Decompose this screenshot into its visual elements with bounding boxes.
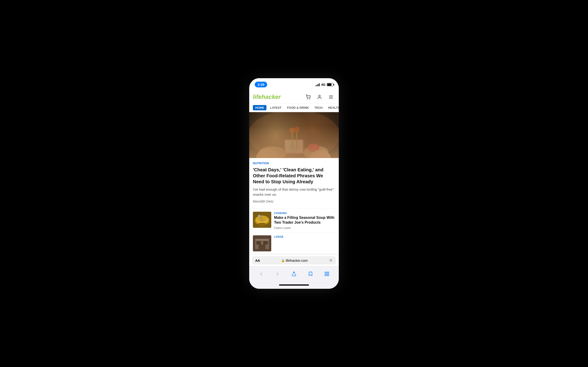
bookmarks-icon xyxy=(308,271,313,276)
lodge-article-content: LODGE xyxy=(274,235,335,239)
nav-item-home[interactable]: HOME xyxy=(253,105,267,110)
small-article-lodge[interactable]: LODGE xyxy=(249,232,339,254)
battery-icon xyxy=(327,83,333,86)
signal-bars-icon xyxy=(316,83,320,86)
hero-article-category[interactable]: NUTRITION xyxy=(253,162,335,165)
status-bar: 3:39 4G xyxy=(249,78,339,90)
svg-point-28 xyxy=(258,223,267,226)
status-right: 4G xyxy=(316,83,333,86)
soup-article-content: COOKING Make a Filling Seasonal Soup Wit… xyxy=(274,212,335,230)
site-header: lifehacker xyxy=(249,90,339,104)
hero-article-excerpt: I've had enough of that skinny cow lordi… xyxy=(253,187,335,197)
lodge-article-thumbnail xyxy=(253,235,271,251)
nav-item-tech[interactable]: TECH xyxy=(312,104,325,112)
hero-image xyxy=(249,112,339,158)
nav-item-food[interactable]: FOOD & DRINK xyxy=(284,104,312,112)
browser-toolbar xyxy=(249,266,339,284)
soup-article-category[interactable]: COOKING xyxy=(274,212,335,215)
user-icon xyxy=(317,94,322,100)
forward-button[interactable] xyxy=(272,269,283,279)
tabs-icon xyxy=(324,271,329,276)
website-content: lifehacker xyxy=(249,90,339,254)
share-button[interactable] xyxy=(289,269,299,279)
account-button[interactable] xyxy=(315,93,324,101)
svg-rect-36 xyxy=(325,272,326,273)
bookmarks-button[interactable] xyxy=(305,269,316,279)
status-time: 3:39 xyxy=(255,82,267,87)
hero-article-author: Meredith Dietz xyxy=(253,200,335,203)
home-indicator xyxy=(279,284,309,286)
soup-article-title[interactable]: Make a Filling Seasonal Soup With Two Tr… xyxy=(274,215,335,225)
cart-button[interactable] xyxy=(304,93,312,101)
url-text[interactable]: lifehacker.com xyxy=(286,259,308,262)
small-article-soup[interactable]: COOKING Make a Filling Seasonal Soup Wit… xyxy=(249,209,339,233)
svg-rect-38 xyxy=(325,274,326,276)
svg-rect-34 xyxy=(255,239,269,241)
address-bar-container: AA 🔒 lifehacker.com ✕ xyxy=(249,254,339,266)
svg-rect-39 xyxy=(327,274,329,276)
forward-arrow-icon xyxy=(275,271,280,276)
svg-point-2 xyxy=(319,95,320,97)
cart-icon xyxy=(305,94,311,100)
address-bar[interactable]: AA 🔒 lifehacker.com ✕ xyxy=(252,256,336,265)
header-icons xyxy=(304,93,335,101)
signal-bar-1 xyxy=(316,85,316,86)
svg-point-0 xyxy=(307,99,308,99)
logo-life: life xyxy=(253,93,262,100)
lock-icon: 🔒 xyxy=(281,259,285,262)
phone-frame: 3:39 4G lifehacker xyxy=(249,78,339,289)
svg-point-1 xyxy=(309,99,310,99)
hero-article-title[interactable]: 'Cheat Days,' 'Clean Eating,' and Other … xyxy=(253,167,335,185)
soup-article-thumbnail xyxy=(253,212,271,228)
svg-rect-37 xyxy=(327,272,329,273)
signal-bar-2 xyxy=(317,85,317,86)
home-indicator-area xyxy=(249,284,339,289)
menu-button[interactable] xyxy=(327,93,335,101)
share-icon xyxy=(292,271,296,276)
svg-rect-32 xyxy=(263,241,268,244)
lodge-thumbnail-art xyxy=(253,235,271,251)
hero-article-section: NUTRITION 'Cheat Days,' 'Clean Eating,' … xyxy=(249,158,339,209)
back-arrow-icon xyxy=(259,271,264,276)
svg-rect-33 xyxy=(259,244,266,249)
tabs-button[interactable] xyxy=(322,269,332,279)
soup-article-author: Claire Lower xyxy=(274,226,335,230)
soup-thumbnail-art xyxy=(253,212,271,228)
network-label: 4G xyxy=(321,83,326,86)
hero-image-overlay xyxy=(249,126,339,158)
site-logo: lifehacker xyxy=(253,93,281,100)
logo-hacker: hacker xyxy=(262,93,281,100)
aa-button[interactable]: AA xyxy=(255,259,260,262)
nav-item-latest[interactable]: LATEST xyxy=(267,104,284,112)
nav-item-health[interactable]: HEALTH xyxy=(325,104,339,112)
svg-rect-31 xyxy=(256,241,261,244)
back-button[interactable] xyxy=(256,269,266,279)
content-area: NUTRITION 'Cheat Days,' 'Clean Eating,' … xyxy=(249,112,339,254)
close-tab-button[interactable]: ✕ xyxy=(329,258,333,263)
address-url[interactable]: 🔒 lifehacker.com xyxy=(262,259,327,262)
signal-bar-4 xyxy=(319,83,320,86)
signal-bar-3 xyxy=(318,84,319,86)
battery-fill xyxy=(327,83,331,86)
hamburger-icon xyxy=(329,94,334,100)
nav-bar: HOME LATEST FOOD & DRINK TECH HEALTH MO.… xyxy=(249,104,339,112)
lodge-article-category[interactable]: LODGE xyxy=(274,235,335,238)
